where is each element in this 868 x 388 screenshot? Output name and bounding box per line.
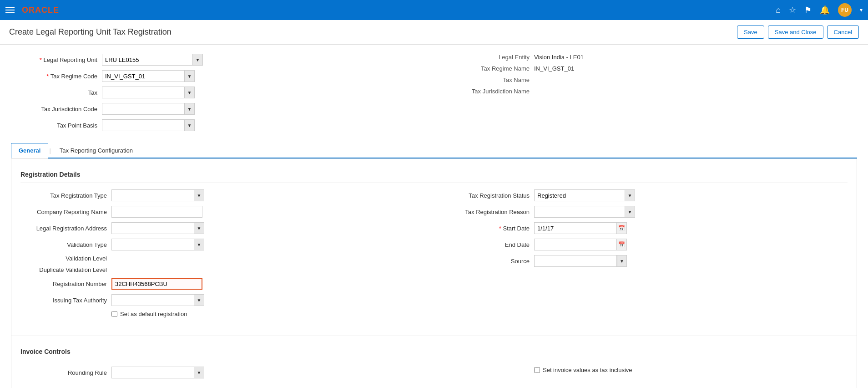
legal-reporting-unit-label: Legal Reporting Unit	[11, 56, 102, 63]
tax-registration-type-label: Tax Registration Type	[20, 192, 111, 199]
bell-icon[interactable]: 🔔	[820, 5, 830, 15]
tax-registration-status-label: Tax Registration Status	[443, 192, 534, 199]
page-title: Create Legal Reporting Unit Tax Registra…	[9, 27, 737, 37]
tax-jurisdiction-code-row: Tax Jurisdiction Code ▼	[11, 103, 425, 115]
rounding-rule-input[interactable]	[111, 367, 194, 378]
legal-reporting-unit-row: Legal Reporting Unit ▼	[11, 54, 425, 66]
form-left: Legal Reporting Unit ▼ Tax Regime Code ▼…	[11, 54, 425, 136]
tax-jurisdiction-code-label: Tax Jurisdiction Code	[11, 106, 102, 112]
cancel-button[interactable]: Cancel	[827, 26, 859, 39]
tax-registration-reason-label: Tax Registration Reason	[443, 209, 534, 215]
user-avatar[interactable]: FU	[838, 3, 852, 17]
home-icon[interactable]: ⌂	[776, 5, 781, 15]
tab-general[interactable]: General	[11, 143, 48, 158]
legal-registration-address-control: ▼	[111, 222, 204, 234]
oracle-logo: ORACLE	[22, 5, 59, 15]
tax-registration-reason-control: ▼	[534, 206, 635, 218]
tax-regime-name-label: Tax Regime Name	[443, 65, 534, 72]
tax-jurisdiction-code-input[interactable]	[102, 103, 185, 115]
legal-entity-value: Vision India - LE01	[534, 54, 584, 61]
end-date-row: End Date 📅	[443, 239, 848, 250]
start-date-input[interactable]	[534, 222, 617, 234]
registration-number-input[interactable]	[111, 278, 202, 290]
validation-type-input[interactable]	[111, 239, 194, 250]
set-invoice-values-control: Set invoice values as tax inclusive	[534, 367, 632, 373]
page-header: Create Legal Reporting Unit Tax Registra…	[0, 20, 868, 45]
company-reporting-name-input[interactable]	[111, 206, 202, 218]
issuing-tax-authority-dropdown-btn[interactable]: ▼	[194, 294, 204, 306]
end-date-control: 📅	[534, 239, 627, 250]
top-nav-icons: ⌂ ☆ ⚑ 🔔 FU ▾	[776, 3, 863, 17]
legal-reporting-unit-dropdown-btn[interactable]: ▼	[193, 54, 203, 66]
start-date-calendar-icon[interactable]: 📅	[617, 222, 627, 234]
legal-registration-address-dropdown-btn[interactable]: ▼	[194, 222, 204, 234]
set-invoice-values-label: Set invoice values as tax inclusive	[543, 367, 632, 373]
source-control: ▼	[534, 255, 627, 267]
tab-tax-reporting-configuration[interactable]: Tax Reporting Configuration	[52, 143, 141, 158]
legal-entity-label: Legal Entity	[443, 54, 534, 61]
tax-registration-type-row: Tax Registration Type ▼	[20, 189, 425, 201]
save-button[interactable]: Save	[737, 26, 764, 39]
validation-type-dropdown-btn[interactable]: ▼	[194, 239, 204, 250]
set-invoice-values-checkbox[interactable]	[534, 367, 540, 373]
invoice-controls-form-section: Rounding Rule ▼ Set invoice values as ta…	[20, 367, 848, 383]
set-as-default-checkbox[interactable]	[111, 311, 117, 317]
source-row: Source ▼	[443, 255, 848, 267]
registration-form-right: Tax Registration Status ▼ Tax Registrati…	[443, 189, 848, 322]
tax-label: Tax	[11, 89, 102, 96]
header-buttons: Save Save and Close Cancel	[737, 26, 859, 39]
tax-registration-reason-dropdown-btn[interactable]: ▼	[625, 206, 635, 218]
tax-name-info-row: Tax Name	[443, 77, 857, 83]
rounding-rule-row: Rounding Rule ▼	[20, 367, 425, 378]
tax-regime-code-dropdown-btn[interactable]: ▼	[185, 70, 195, 82]
tax-registration-type-input[interactable]	[111, 189, 194, 201]
tax-jurisdiction-name-info-row: Tax Jurisdiction Name	[443, 88, 857, 95]
tax-registration-status-dropdown-btn[interactable]: ▼	[625, 189, 635, 201]
source-dropdown-btn[interactable]: ▼	[617, 255, 627, 267]
validation-type-control: ▼	[111, 239, 204, 250]
issuing-tax-authority-input[interactable]	[111, 294, 194, 306]
legal-reporting-unit-input[interactable]	[102, 54, 193, 66]
registration-number-row: Registration Number	[20, 278, 425, 290]
tax-regime-code-input[interactable]	[102, 70, 185, 82]
invoice-controls-title: Invoice Controls	[20, 342, 848, 360]
flag-icon[interactable]: ⚑	[804, 5, 812, 15]
tax-point-basis-input[interactable]	[102, 119, 185, 131]
user-chevron-icon[interactable]: ▾	[860, 7, 863, 13]
tax-registration-type-dropdown-btn[interactable]: ▼	[194, 189, 204, 201]
rounding-rule-dropdown-btn[interactable]: ▼	[194, 367, 204, 378]
validation-type-row: Validation Type ▼	[20, 239, 425, 250]
source-input[interactable]	[534, 255, 617, 267]
tax-dropdown-btn[interactable]: ▼	[185, 87, 195, 98]
tax-registration-status-input[interactable]	[534, 189, 625, 201]
tax-row: Tax ▼	[11, 87, 425, 98]
tax-name-label: Tax Name	[443, 77, 534, 83]
tax-regime-code-row: Tax Regime Code ▼	[11, 70, 425, 82]
tax-registration-status-control: ▼	[534, 189, 635, 201]
invoice-controls-right: Set invoice values as tax inclusive	[443, 367, 848, 383]
tax-regime-name-info-row: Tax Regime Name IN_VI_GST_01	[443, 65, 857, 72]
top-form-section: Legal Reporting Unit ▼ Tax Regime Code ▼…	[11, 54, 857, 136]
form-right: Legal Entity Vision India - LE01 Tax Reg…	[443, 54, 857, 136]
tax-registration-reason-input[interactable]	[534, 206, 625, 218]
end-date-calendar-icon[interactable]: 📅	[617, 239, 627, 250]
registration-number-label: Registration Number	[20, 281, 111, 287]
star-icon[interactable]: ☆	[789, 5, 796, 15]
start-date-control: 📅	[534, 222, 627, 234]
set-as-default-control: Set as default registration	[111, 311, 187, 317]
hamburger-menu[interactable]	[5, 7, 15, 13]
tax-input[interactable]	[102, 87, 185, 98]
set-as-default-row: Set as default registration	[20, 311, 425, 317]
tax-point-basis-label: Tax Point Basis	[11, 122, 102, 129]
legal-registration-address-input[interactable]	[111, 222, 194, 234]
tax-control: ▼	[102, 87, 195, 98]
tax-point-basis-dropdown-btn[interactable]: ▼	[185, 119, 195, 131]
save-and-close-button[interactable]: Save and Close	[768, 26, 823, 39]
company-reporting-name-control	[111, 206, 202, 218]
rounding-rule-control: ▼	[111, 367, 204, 378]
legal-registration-address-row: Legal Registration Address ▼	[20, 222, 425, 234]
tax-regime-name-value: IN_VI_GST_01	[534, 65, 574, 72]
end-date-input[interactable]	[534, 239, 617, 250]
tax-jurisdiction-code-dropdown-btn[interactable]: ▼	[185, 103, 195, 115]
duplicate-validation-level-label: Duplicate Validation Level	[20, 266, 111, 273]
